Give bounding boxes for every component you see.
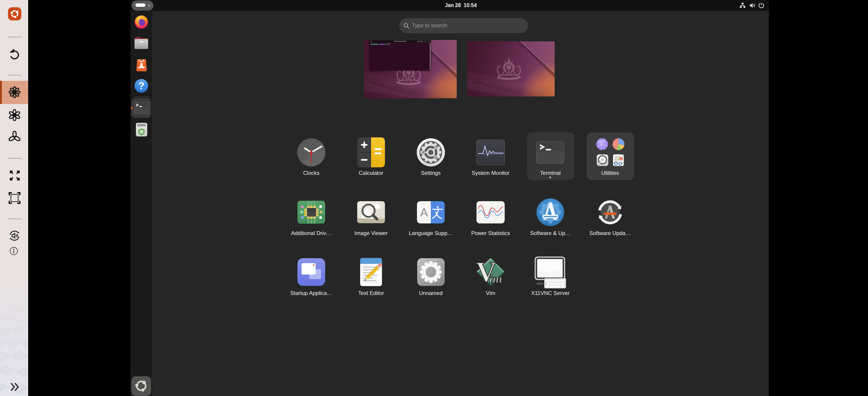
- svg-text:?: ?: [138, 80, 145, 91]
- svg-text:A: A: [420, 206, 428, 219]
- svg-text:im: im: [489, 272, 502, 286]
